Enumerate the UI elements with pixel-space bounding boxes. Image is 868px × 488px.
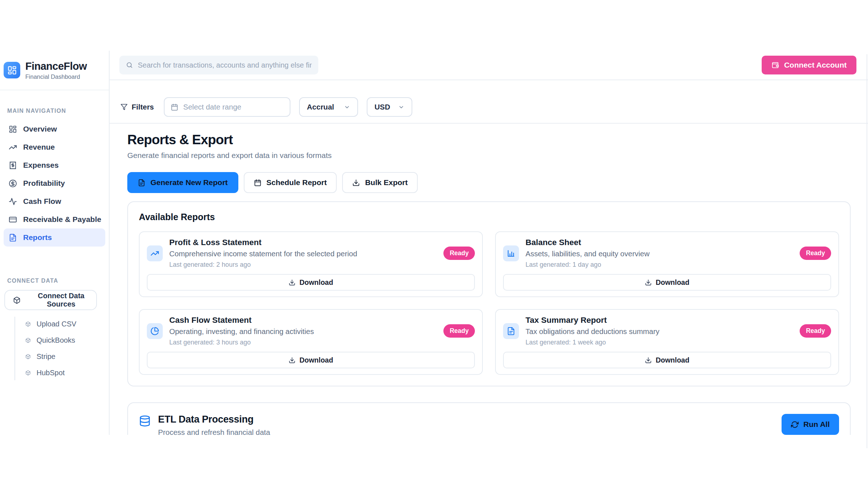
brand-name: FinanceFlow [25, 60, 87, 72]
run-all-label: Run All [803, 420, 830, 429]
sidebar-item-overview[interactable]: Overview [4, 120, 105, 138]
source-item-quickbooks[interactable]: QuickBooks [0, 332, 109, 348]
report-last-generated: Last generated: 1 day ago [526, 261, 793, 269]
download-icon [289, 279, 295, 286]
download-button[interactable]: Download [147, 274, 475, 291]
sidebar-item-reports[interactable]: Reports [4, 228, 105, 247]
report-actions: Generate New Report Schedule Report Bulk… [127, 172, 851, 193]
sidebar-item-revenue[interactable]: Revenue [4, 138, 105, 156]
sidebar-item-label: Overview [23, 125, 57, 133]
filter-funnel-icon [120, 103, 128, 111]
currency-value: USD [375, 103, 390, 111]
receipt-icon [9, 161, 17, 170]
report-card-profit-loss: Profit & Loss Statement Comprehensive in… [139, 231, 483, 297]
main-navigation: Overview Revenue Expenses Profitability … [0, 120, 109, 247]
etl-title: ETL Data Processing [158, 414, 270, 425]
report-card-balance-sheet: Balance Sheet Assets, liabilities, and e… [495, 231, 839, 297]
source-item-hubspot[interactable]: HubSpot [0, 365, 109, 381]
trending-up-icon [147, 245, 163, 261]
report-title: Tax Summary Report [526, 316, 793, 325]
trending-up-icon [9, 143, 17, 151]
file-text-icon [9, 234, 17, 242]
report-title: Cash Flow Statement [169, 316, 437, 325]
chevron-down-icon [398, 104, 404, 110]
source-item-label: QuickBooks [37, 336, 75, 344]
download-icon [645, 279, 652, 286]
report-description: Operating, investing, and financing acti… [169, 327, 437, 336]
report-cards-grid: Profit & Loss Statement Comprehensive in… [139, 231, 839, 375]
download-icon [289, 357, 295, 364]
currency-select[interactable]: USD [367, 97, 412, 117]
connect-data-sources-label: Connect Data Sources [26, 292, 96, 308]
download-label: Download [656, 278, 689, 287]
accounting-basis-value: Accrual [307, 103, 334, 111]
sidebar: FinanceFlow Financial Dashboard MAIN NAV… [0, 51, 110, 435]
connect-data-sources-button[interactable]: Connect Data Sources [4, 290, 97, 310]
available-reports-title: Available Reports [139, 212, 839, 222]
connect-account-button[interactable]: Connect Account [762, 56, 856, 74]
download-label: Download [299, 356, 333, 364]
sidebar-item-label: Expenses [23, 161, 59, 170]
sidebar-item-label: Cash Flow [23, 197, 61, 206]
download-button[interactable]: Download [147, 352, 475, 368]
global-search[interactable] [119, 56, 318, 74]
download-button[interactable]: Download [503, 274, 831, 291]
file-text-icon [503, 323, 519, 339]
sidebar-item-cash-flow[interactable]: Cash Flow [4, 192, 105, 210]
package-icon [25, 354, 31, 359]
brand-header: FinanceFlow Financial Dashboard [0, 51, 109, 90]
calendar-icon [254, 179, 261, 187]
bulk-export-label: Bulk Export [365, 178, 408, 187]
status-badge: Ready [443, 324, 475, 338]
main-area: Connect Account Filters Accrual USD Repo… [110, 51, 868, 435]
search-input[interactable] [138, 61, 312, 69]
status-badge: Ready [800, 324, 831, 338]
credit-card-icon [9, 215, 17, 224]
search-icon [126, 61, 133, 69]
tree-guide-line [14, 317, 15, 380]
etl-subtitle: Process and refresh financial data [158, 428, 270, 435]
generate-new-report-button[interactable]: Generate New Report [127, 172, 238, 193]
calendar-icon [171, 103, 178, 111]
date-range-picker[interactable] [164, 97, 290, 117]
report-card-cash-flow: Cash Flow Statement Operating, investing… [139, 309, 483, 375]
wallet-icon [771, 61, 779, 69]
database-icon [139, 415, 151, 427]
report-description: Assets, liabilities, and equity overview [526, 249, 793, 258]
refresh-icon [791, 421, 799, 428]
sidebar-item-profitability[interactable]: Profitability [4, 174, 105, 192]
status-badge: Ready [800, 247, 831, 260]
download-icon [352, 179, 360, 187]
report-last-generated: Last generated: 1 week ago [526, 339, 793, 346]
connect-account-label: Connect Account [784, 61, 847, 69]
source-item-upload-csv[interactable]: Upload CSV [0, 316, 109, 332]
download-button[interactable]: Download [503, 352, 831, 368]
dollar-circle-icon [9, 179, 17, 188]
package-icon [13, 296, 21, 304]
download-icon [645, 357, 652, 364]
package-icon [25, 321, 31, 327]
chevron-down-icon [344, 104, 350, 110]
package-icon [25, 338, 31, 343]
source-item-stripe[interactable]: Stripe [0, 348, 109, 365]
sidebar-item-receivable-payable[interactable]: Receivable & Payable [4, 210, 105, 228]
report-last-generated: Last generated: 2 hours ago [169, 261, 437, 269]
pie-chart-icon [147, 323, 163, 339]
source-item-label: Stripe [37, 352, 55, 361]
etl-processing-panel: ETL Data Processing Process and refresh … [127, 402, 851, 435]
date-range-input[interactable] [183, 103, 284, 111]
report-last-generated: Last generated: 3 hours ago [169, 339, 437, 346]
schedule-report-button[interactable]: Schedule Report [244, 172, 337, 193]
report-title: Profit & Loss Statement [169, 238, 437, 247]
download-label: Download [656, 356, 689, 364]
source-item-label: Upload CSV [37, 320, 76, 328]
run-all-button[interactable]: Run All [782, 414, 839, 435]
accounting-basis-select[interactable]: Accrual [299, 97, 358, 117]
generate-new-report-label: Generate New Report [150, 178, 228, 187]
report-description: Comprehensive income statement for the s… [169, 249, 437, 258]
status-badge: Ready [443, 247, 475, 260]
sidebar-item-expenses[interactable]: Expenses [4, 156, 105, 174]
available-reports-panel: Available Reports Profit & Loss Statemen… [127, 201, 851, 386]
bulk-export-button[interactable]: Bulk Export [342, 172, 418, 193]
dashboard-grid-icon [9, 125, 17, 133]
